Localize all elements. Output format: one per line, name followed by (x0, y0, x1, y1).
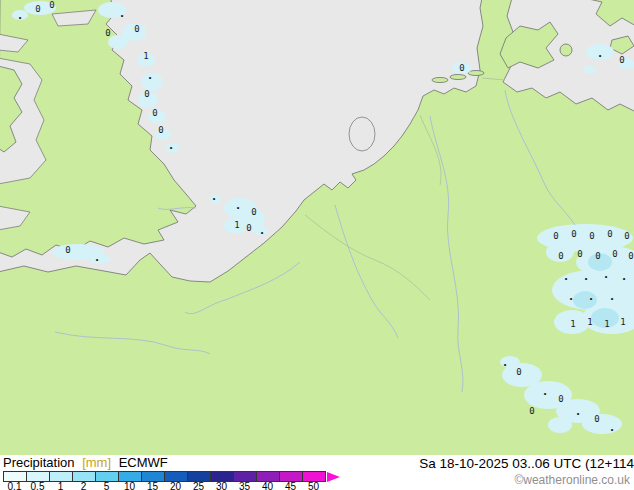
scale-tick-label: 2 (72, 481, 95, 490)
scale-arrow (327, 472, 340, 482)
scale-tick-label: 10 (118, 481, 141, 490)
scale-swatch (303, 472, 325, 481)
scale-swatch (188, 472, 211, 481)
scale-swatch (211, 472, 234, 481)
scale-swatch (27, 472, 50, 481)
scale-swatch (73, 472, 96, 481)
scale-swatch (280, 472, 303, 481)
color-scale-labels: 0.10.5125101520253035404550 (3, 481, 325, 490)
land-island (560, 44, 572, 56)
scale-tick-label: 25 (187, 481, 210, 490)
scale-tick-label: 50 (302, 481, 325, 490)
legend-unit: [mm] (82, 455, 111, 470)
sea-ijsselmeer (349, 117, 375, 151)
scale-swatch (142, 472, 165, 481)
datetime-label: Sa 18-10-2025 03..06 UTC (12+114 (419, 456, 634, 471)
legend-bar: Precipitation [mm] ECMWF 0.10.5125101520… (0, 455, 634, 490)
weather-map-page: 00..001.000...010.0.0.00000000000.......… (0, 0, 634, 490)
scale-swatch (50, 472, 73, 481)
map-canvas: 00..001.000...010.0.0.00000000000.......… (0, 0, 634, 455)
scale-tick-label: 0.5 (26, 481, 49, 490)
scale-tick-label: 1 (49, 481, 72, 490)
legend-param-label: Precipitation (3, 455, 75, 470)
scale-swatch (96, 472, 119, 481)
scale-tick-label: 0.1 (3, 481, 26, 490)
scale-swatch (4, 472, 27, 481)
scale-tick-label: 5 (95, 481, 118, 490)
scale-tick-label: 20 (164, 481, 187, 490)
land-frisian-island (432, 78, 448, 83)
scale-swatch (234, 472, 257, 481)
scale-tick-label: 15 (141, 481, 164, 490)
legend-title: Precipitation [mm] ECMWF (3, 455, 168, 470)
map-graphic (0, 0, 634, 455)
legend-model-label: ECMWF (119, 455, 168, 470)
scale-swatch (119, 472, 142, 481)
scale-swatch (165, 472, 188, 481)
scale-tick-label: 30 (210, 481, 233, 490)
scale-tick-label: 40 (256, 481, 279, 490)
scale-tick-label: 45 (279, 481, 302, 490)
land-frisian-island (450, 75, 466, 80)
scale-tick-label: 35 (233, 481, 256, 490)
copyright-label: ©weatheronline.co.uk (514, 473, 630, 487)
scale-swatch (257, 472, 280, 481)
